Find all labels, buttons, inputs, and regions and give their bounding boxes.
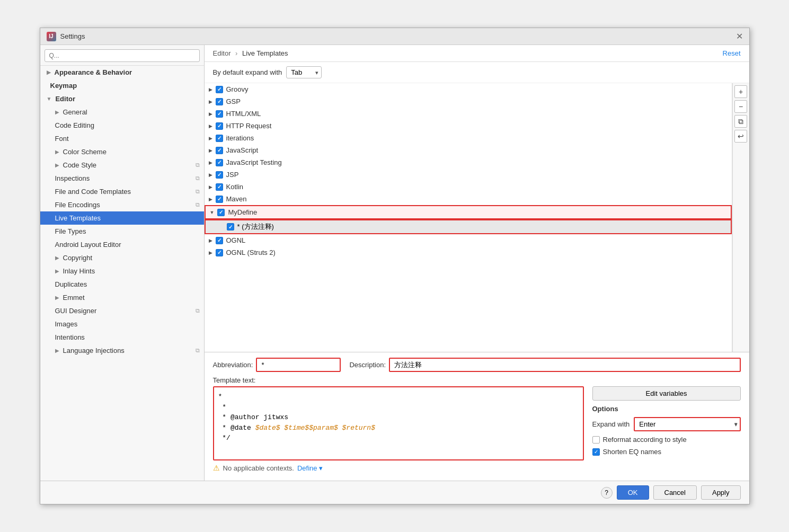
group-label: Maven xyxy=(226,195,247,203)
templates-list: ▶ Groovy ▶ GSP ▶ xyxy=(205,83,732,352)
template-group-ognl-struts[interactable]: ▶ OGNL (Struts 2) xyxy=(205,246,732,259)
sidebar-item-inlay-hints[interactable]: ▶ Inlay Hints xyxy=(40,264,204,278)
subitem-label: * (方法注释) xyxy=(237,222,274,232)
template-group-javascript-testing[interactable]: ▶ JavaScript Testing xyxy=(205,156,732,169)
editor-row1: Abbreviation: Description: xyxy=(213,358,741,372)
breadcrumb: Editor › Live Templates xyxy=(213,49,288,57)
checkbox-html-xml[interactable] xyxy=(216,110,223,118)
sidebar-item-code-editing[interactable]: Code Editing xyxy=(40,119,204,132)
search-input[interactable] xyxy=(45,49,200,62)
add-template-button[interactable]: + xyxy=(734,85,747,98)
sidebar-item-font[interactable]: Font xyxy=(40,132,204,145)
expand-arrow-icon: ▶ xyxy=(209,148,212,153)
sidebar-item-label: Font xyxy=(55,135,69,143)
shorten-eq-label: Shorten EQ names xyxy=(603,448,662,456)
sidebar-item-editor[interactable]: ▼ Editor xyxy=(40,92,204,105)
template-group-http-request[interactable]: ▶ HTTP Request xyxy=(205,120,732,132)
sidebar-item-appearance[interactable]: ▶ Appearance & Behavior xyxy=(40,66,204,79)
checkbox-javascript-testing[interactable] xyxy=(216,159,223,166)
sidebar-list: ▶ Appearance & Behavior Keymap ▼ Editor … xyxy=(40,66,204,481)
checkbox-mydefine[interactable] xyxy=(217,209,225,216)
expand-arrow-icon: ▶ xyxy=(209,136,212,141)
ok-button[interactable]: OK xyxy=(617,485,649,500)
checkbox-javascript[interactable] xyxy=(216,147,223,154)
help-button[interactable]: ? xyxy=(601,487,613,499)
revert-template-button[interactable]: ↩ xyxy=(734,130,747,143)
sidebar-item-emmet[interactable]: ▶ Emmet xyxy=(40,291,204,304)
template-group-ognl[interactable]: ▶ OGNL xyxy=(205,234,732,246)
checkbox-http-request[interactable] xyxy=(216,122,223,130)
copy-icon: ⧉ xyxy=(196,347,200,354)
expand-arrow-icon: ▼ xyxy=(210,210,215,215)
template-group-html-xml[interactable]: ▶ HTML/XML xyxy=(205,108,732,120)
cancel-button[interactable]: Cancel xyxy=(653,485,697,500)
right-panel: Editor › Live Templates Reset By default… xyxy=(205,45,749,481)
abbreviation-group: Abbreviation: xyxy=(213,358,341,372)
shorten-eq-checkbox-row: Shorten EQ names xyxy=(592,448,741,456)
sidebar-item-intentions[interactable]: Intentions xyxy=(40,331,204,344)
shorten-eq-checkbox[interactable] xyxy=(592,448,600,456)
sidebar-item-color-scheme[interactable]: ▶ Color Scheme xyxy=(40,145,204,158)
template-group-iterations[interactable]: ▶ iterations xyxy=(205,132,732,144)
checkbox-jsp[interactable] xyxy=(216,171,223,179)
template-group-javascript[interactable]: ▶ JavaScript xyxy=(205,144,732,156)
right-body: By default expand with Tab Enter Space xyxy=(205,62,749,481)
template-editor-row: * * * @author jitwxs * @date $date$ $tim… xyxy=(213,386,741,460)
sidebar-item-language-injections[interactable]: ▶ Language Injections ⧉ xyxy=(40,344,204,357)
define-link[interactable]: Define ▾ xyxy=(297,464,323,472)
sidebar-item-live-templates[interactable]: Live Templates xyxy=(40,211,204,225)
expand-arrow-icon: ▶ xyxy=(209,250,212,255)
sidebar-item-file-encodings[interactable]: File Encodings ⧉ xyxy=(40,198,204,211)
expand-select[interactable]: Tab Enter Space xyxy=(286,66,322,78)
expand-arrow-icon: ▶ xyxy=(209,111,212,117)
copy-template-button[interactable]: ⧉ xyxy=(734,115,747,128)
arrow-icon: ▶ xyxy=(55,109,59,115)
sidebar-item-android-layout-editor[interactable]: Android Layout Editor xyxy=(40,238,204,251)
apply-button[interactable]: Apply xyxy=(701,485,741,500)
reset-button[interactable]: Reset xyxy=(723,49,741,57)
sidebar-item-images[interactable]: Images xyxy=(40,317,204,331)
reformat-checkbox[interactable] xyxy=(592,436,600,444)
settings-window: IJ Settings ✕ ▶ Appearance & Behavior Ke… xyxy=(40,28,750,504)
checkbox-gsp[interactable] xyxy=(216,98,223,105)
sidebar-item-file-types[interactable]: File Types xyxy=(40,225,204,238)
sidebar-item-inspections[interactable]: Inspections ⧉ xyxy=(40,172,204,185)
footer-right: OK Cancel Apply xyxy=(617,485,741,500)
template-group-jsp[interactable]: ▶ JSP xyxy=(205,169,732,181)
template-subitem-mydefine-star[interactable]: * (方法注释) xyxy=(205,219,732,234)
arrow-icon: ▼ xyxy=(47,96,52,102)
group-label: OGNL xyxy=(226,236,246,244)
template-group-groovy[interactable]: ▶ Groovy xyxy=(205,83,732,95)
sidebar-item-code-style[interactable]: ▶ Code Style ⧉ xyxy=(40,158,204,172)
abbreviation-label: Abbreviation: xyxy=(213,361,253,369)
sidebar-item-keymap[interactable]: Keymap xyxy=(40,79,204,92)
template-group-kotlin[interactable]: ▶ Kotlin xyxy=(205,181,732,193)
sidebar-item-gui-designer[interactable]: GUI Designer ⧉ xyxy=(40,304,204,317)
remove-template-button[interactable]: − xyxy=(734,100,747,113)
checkbox-iterations[interactable] xyxy=(216,135,223,142)
checkbox-maven[interactable] xyxy=(216,196,223,203)
sidebar-item-duplicates[interactable]: Duplicates xyxy=(40,278,204,291)
checkbox-ognl-struts[interactable] xyxy=(216,249,223,256)
checkbox-ognl[interactable] xyxy=(216,237,223,244)
sidebar-item-general[interactable]: ▶ General xyxy=(40,105,204,119)
description-input[interactable] xyxy=(389,358,740,372)
edit-variables-button[interactable]: Edit variables xyxy=(592,386,741,401)
abbreviation-input[interactable] xyxy=(256,358,341,372)
sidebar-item-copyright[interactable]: ▶ Copyright xyxy=(40,251,204,264)
breadcrumb-editor: Editor xyxy=(213,49,231,57)
template-group-mydefine[interactable]: ▼ MyDefine xyxy=(205,205,732,219)
sidebar-item-label: Android Layout Editor xyxy=(55,241,121,249)
checkbox-kotlin[interactable] xyxy=(216,183,223,191)
expand-with-select[interactable]: Tab Enter Space xyxy=(634,417,740,431)
sidebar-item-file-code-templates[interactable]: File and Code Templates ⧉ xyxy=(40,185,204,198)
checkbox-subitem[interactable] xyxy=(227,223,234,230)
right-header: Editor › Live Templates Reset xyxy=(205,45,749,62)
template-group-maven[interactable]: ▶ Maven xyxy=(205,193,732,205)
checkbox-groovy[interactable] xyxy=(216,86,223,93)
expand-with-row: Expand with Tab Enter Space ▾ xyxy=(592,417,741,431)
group-label: HTTP Request xyxy=(226,122,272,130)
template-group-gsp[interactable]: ▶ GSP xyxy=(205,95,732,108)
close-button[interactable]: ✕ xyxy=(736,31,743,41)
template-editor[interactable]: * * * @author jitwxs * @date $date$ $tim… xyxy=(213,386,584,460)
